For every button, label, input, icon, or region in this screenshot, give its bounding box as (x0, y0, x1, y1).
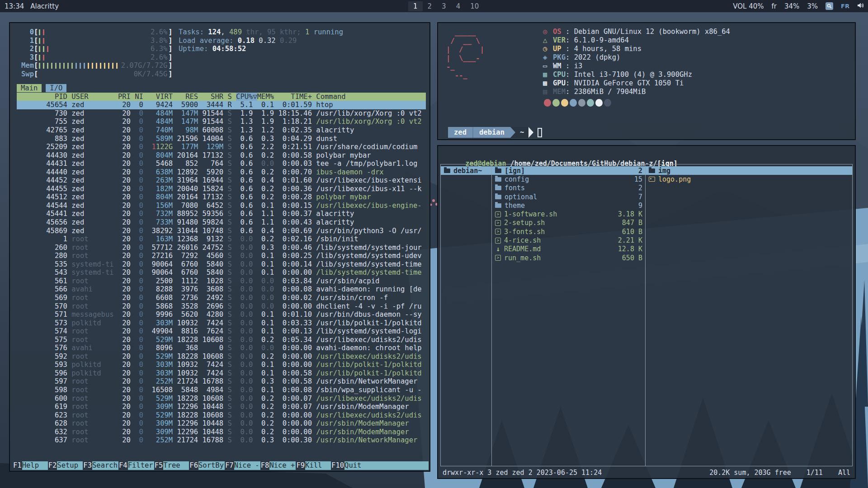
file-item-debian~[interactable]: debian~ (441, 166, 491, 175)
fkey-f8-nice+[interactable]: F8Nice + (260, 461, 296, 470)
process-row-598[interactable]: 598 root 20 0 16508 5848 4984 S 0.0 0.1 … (17, 386, 427, 394)
prompt-separator-icon (510, 127, 515, 138)
file-item-config[interactable]: config15 (492, 175, 645, 183)
process-row-45654[interactable]: 45654 zed 20 0 9424 5900 3444 R 5.1 0.1 … (17, 101, 426, 109)
process-row-1[interactable]: 1 root 20 0 163M 12368 9132 S 0.0 0.2 0:… (17, 235, 427, 244)
volume-module: VOL 40% (733, 2, 764, 10)
process-row-280[interactable]: 280 root 20 0 27216 7292 4560 S 0.0 0.1 … (17, 252, 427, 260)
parent-directory-pane[interactable]: debian~ (441, 164, 492, 466)
process-row-569[interactable]: 569 root 20 0 6608 2736 2492 S 0.0 0.0 0… (17, 294, 427, 302)
file-item-README.md[interactable]: ↓README.md12.8 K (492, 245, 645, 253)
tray-icon[interactable] (826, 2, 833, 10)
htop-screen-tabs[interactable]: MainI/O (17, 84, 427, 93)
bar-right-modules: VOL 40% fr 34% 3% FR (733, 2, 864, 10)
process-row-593[interactable]: 593 polkitd 20 0 303M 10932 7424 S 0.0 0… (17, 361, 427, 369)
fkey-f6-sortby[interactable]: F6SortBy (189, 461, 225, 470)
process-row-561[interactable]: 561 root 20 0 2500 1112 1028 S 0.0 0.0 0… (17, 277, 427, 286)
vifm-file-manager-window[interactable]: zed@debian /home/zed/Documents/GitHub/de… (437, 145, 856, 479)
terminal-cursor[interactable] (538, 128, 542, 137)
process-row-592[interactable]: 592 root 20 0 529M 18228 10608 S 0.0 0.2… (17, 352, 427, 361)
process-row-600[interactable]: 600 root 20 0 529M 18228 10608 S 0.0 0.2… (17, 394, 427, 403)
process-table-header[interactable]: PID USER PRI NI VIRT RES SHR S CPU%▽MEM%… (17, 93, 426, 101)
process-table[interactable]: 45654 zed 20 0 9424 5900 3444 R 5.1 0.1 … (17, 101, 427, 444)
workspace-button-1[interactable]: 1 (408, 1, 423, 11)
fkey-f9-kill[interactable]: F9Kill (296, 461, 331, 470)
prompt-path-segment: ~ (515, 127, 528, 138)
process-row-535[interactable]: 535 systemd-ti 20 0 90064 6760 5840 S 0.… (17, 260, 427, 269)
process-row-597[interactable]: 597 root 20 0 252M 21724 16788 S 0.0 0.3… (17, 377, 427, 386)
workspace-button-4[interactable]: 4 (451, 1, 466, 11)
fkey-f7-nice-[interactable]: F7Nice - (225, 461, 260, 470)
file-item-theme[interactable]: theme9 (492, 201, 645, 210)
workspace-button-3[interactable]: 3 (437, 1, 451, 11)
workspace-button-2[interactable]: 2 (423, 1, 437, 11)
file-item-ign[interactable]: [ign]2 (492, 166, 645, 175)
process-row-44430[interactable]: 44430 zed 20 0 804M 20164 17132 S 0.6 0.… (17, 151, 427, 160)
speaker-icon[interactable] (857, 2, 864, 10)
process-row-44455[interactable]: 44455 zed 20 0 182M 20040 15824 S 0.6 0.… (17, 185, 427, 193)
process-row-260[interactable]: 260 root 20 0 57712 26016 24752 S 0.0 0.… (17, 244, 427, 252)
palette-dot-1 (552, 99, 560, 107)
process-row-573[interactable]: 573 polkitd 20 0 303M 10932 7424 S 0.0 0… (17, 319, 427, 328)
folder-icon (495, 203, 501, 208)
process-row-623[interactable]: 623 root 20 0 529M 18228 10608 S 0.0 0.2… (17, 411, 427, 420)
process-row-632[interactable]: 632 root 20 0 309M 12296 10448 S 0.0 0.2… (17, 428, 427, 436)
process-row-543[interactable]: 543 systemd-ti 20 0 90064 6760 5840 S 0.… (17, 268, 427, 277)
fkey-f4-filter[interactable]: F4Filter (118, 461, 154, 470)
file-item-3-fonts.sh[interactable]: >3-fonts.sh610 B (492, 227, 645, 236)
process-row-44431[interactable]: 44431 zed 20 0 5468 852 764 S 0.6 0.0 0:… (17, 160, 427, 168)
fkey-f3-search[interactable]: F3Search (83, 461, 118, 470)
process-row-44512[interactable]: 44512 zed 20 0 804M 20164 17132 S 0.6 0.… (17, 193, 427, 202)
workspace-button-10[interactable]: 10 (465, 1, 484, 11)
process-row-42765[interactable]: 42765 zed 20 0 740M 98M 60008 S 1.3 1.2 … (17, 126, 427, 135)
process-row-575[interactable]: 575 root 20 0 529M 18228 10608 S 0.0 0.2… (17, 336, 427, 344)
image-icon (649, 177, 655, 182)
file-item-optional[interactable]: optional7 (492, 192, 645, 201)
process-row-45869[interactable]: 45869 zed 20 0 38292 31044 10748 S 0.6 0… (17, 227, 427, 235)
file-item-img[interactable]: img (646, 166, 852, 175)
file-item-4-rice.sh[interactable]: >4-rice.sh2.21 K (492, 236, 645, 244)
process-row-566[interactable]: 566 avahi 20 0 8288 3976 3608 S 0.0 0.0 … (17, 285, 427, 294)
gpu-icon: ▩ (543, 79, 553, 87)
fetch-terminal-window[interactable]: _____ / __ \ | / | | \___- -_ --_ ◎OS : … (437, 22, 856, 140)
process-row-576[interactable]: 576 avahi 20 0 8096 368 0 S 0.0 0.0 0:00… (17, 344, 427, 352)
process-row-44452[interactable]: 44452 zed 20 0 263M 31964 16944 S 0.6 0.… (17, 176, 427, 185)
process-row-730[interactable]: 730 zed 20 0 484M 147M 91544 S 1.9 1.9 1… (17, 109, 427, 118)
file-item-1-software.sh[interactable]: >1-software.sh3.18 K (492, 210, 645, 218)
process-row-45656[interactable]: 45656 zed 20 0 733M 91480 59824 S 0.6 1.… (17, 218, 427, 227)
workspace-switcher[interactable]: 123410 (408, 1, 484, 11)
file-position: 1/11 (807, 469, 823, 477)
function-key-bar[interactable]: F1HelpF2SetupF3SearchF4FilterF5TreeF6Sor… (11, 461, 429, 470)
process-row-619[interactable]: 619 root 20 0 309M 12296 10448 S 0.0 0.2… (17, 403, 427, 411)
fkey-f10-quit[interactable]: F10Quit (331, 461, 429, 470)
process-row-596[interactable]: 596 polkitd 20 0 303M 10932 7424 S 0.0 0… (17, 369, 427, 378)
file-item-run_me.sh[interactable]: >run_me.sh650 B (492, 253, 645, 262)
folder-icon (495, 169, 501, 173)
process-row-755[interactable]: 755 zed 20 0 484M 147M 91544 S 1.3 1.9 1… (17, 117, 427, 126)
focused-window-title: Alacritty (30, 2, 59, 10)
tab-io[interactable]: I/O (46, 84, 66, 92)
keyboard-layout-indicator[interactable]: FR (841, 3, 849, 9)
htop-terminal-window[interactable]: 0[2.6%]1[3.8%]2[6.3%]3[2.6%]Mem[2.07G/7.… (9, 22, 430, 472)
file-item-fonts[interactable]: fonts2 (492, 184, 645, 192)
tab-main[interactable]: Main (17, 84, 42, 92)
file-item-2-setup.sh[interactable]: >2-setup.sh847 B (492, 219, 645, 227)
folder-icon (495, 186, 501, 190)
process-row-45441[interactable]: 45441 zed 20 0 732M 88952 59356 S 0.6 1.… (17, 210, 427, 218)
process-row-571[interactable]: 571 messagebus 20 0 9996 5620 4280 S 0.0… (17, 310, 427, 319)
file-item-logo.png[interactable]: logo.png (646, 175, 852, 183)
process-row-637[interactable]: 637 root 20 0 252M 21724 16788 S 0.0 0.3… (17, 436, 427, 445)
process-row-44440[interactable]: 44440 zed 20 0 638M 12892 5920 S 0.6 0.2… (17, 168, 427, 177)
process-row-25209[interactable]: 25209 zed 20 0 1122G 177M 129M S 0.6 2.2… (17, 143, 427, 151)
fkey-f2-setup[interactable]: F2Setup (48, 461, 83, 470)
process-row-44544[interactable]: 44544 zed 20 0 156M 7080 6452 S 0.6 0.1 … (17, 202, 427, 210)
fkey-f1-help[interactable]: F1Help (13, 461, 48, 470)
fkey-f5-tree[interactable]: F5Tree (154, 461, 189, 470)
current-directory-pane[interactable]: [ign]2config15fonts2optional7theme9>1-so… (492, 164, 646, 466)
preview-pane[interactable]: imglogo.png (646, 164, 852, 466)
process-row-574[interactable]: 574 root 20 0 49904 8816 7624 S 0.0 0.1 … (17, 327, 427, 336)
process-row-628[interactable]: 628 root 20 0 309M 12296 10448 S 0.0 0.2… (17, 419, 427, 428)
process-row-570[interactable]: 570 root 20 0 5868 3528 2696 S 0.0 0.0 0… (17, 302, 427, 311)
shell-prompt[interactable]: zed debian ~ (448, 127, 542, 138)
process-row-883[interactable]: 883 zed 20 0 589M 21596 14004 S 0.6 0.3 … (17, 135, 427, 143)
